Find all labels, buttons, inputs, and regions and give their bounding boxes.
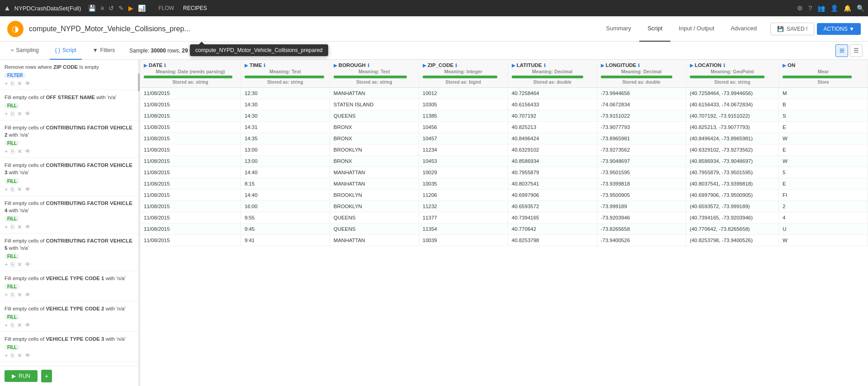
- settings-icon[interactable]: ⚙: [797, 5, 803, 12]
- step-add-icon[interactable]: +: [5, 291, 8, 298]
- step-copy-icon[interactable]: ⎘: [11, 80, 14, 87]
- step-badge: FILL: [5, 344, 19, 350]
- step-copy-icon[interactable]: ⎘: [11, 186, 14, 193]
- step-eye-icon[interactable]: 👁: [25, 352, 31, 359]
- col-expand-icon[interactable]: ▶: [423, 63, 426, 68]
- step-copy-icon[interactable]: ⎘: [11, 110, 14, 117]
- flow-nav[interactable]: FLOW: [158, 1, 174, 15]
- column-header: ▶ LOCATION ℹ Meaning: GeoPoint Stored as…: [686, 60, 778, 88]
- play-icon[interactable]: ▶: [128, 5, 133, 12]
- step-add-icon[interactable]: +: [5, 352, 8, 359]
- copy-icon[interactable]: ≡: [100, 5, 104, 12]
- step-eye-icon[interactable]: 👁: [25, 261, 31, 268]
- step-delete-icon[interactable]: ✕: [17, 352, 22, 359]
- step-copy-icon[interactable]: ⎘: [11, 352, 14, 359]
- app-menu-icon[interactable]: ▲: [4, 4, 11, 12]
- step-actions: + ⎘ ✕ 👁: [5, 148, 135, 155]
- refresh-icon[interactable]: ↺: [108, 5, 114, 12]
- run-plus-button[interactable]: +: [41, 370, 52, 382]
- table-row: 11/08/201513:00BRONX1045340.8586934-73.9…: [140, 156, 868, 167]
- table-cell: B: [779, 99, 868, 110]
- col-info-icon[interactable]: ℹ: [368, 63, 369, 68]
- step-add-icon[interactable]: +: [5, 80, 8, 87]
- run-button[interactable]: ▶ RUN: [5, 370, 38, 382]
- step-delete-icon[interactable]: ✕: [17, 322, 22, 329]
- grid-view-button[interactable]: ⊞: [835, 44, 848, 57]
- step-item: Fill empty cells of VEHICLE TYPE CODE 4 …: [0, 362, 140, 366]
- tab-advanced[interactable]: Advanced: [722, 16, 765, 42]
- step-delete-icon[interactable]: ✕: [17, 291, 22, 298]
- step-eye-icon[interactable]: 👁: [25, 110, 31, 117]
- actions-button[interactable]: ACTIONS ▼: [817, 23, 861, 35]
- step-add-icon[interactable]: +: [5, 322, 8, 329]
- step-actions: + ⎘ ✕ 👁: [5, 224, 135, 230]
- step-copy-icon[interactable]: ⎘: [11, 291, 14, 298]
- col-info-icon[interactable]: ℹ: [638, 63, 640, 68]
- save-icon[interactable]: 💾: [88, 5, 96, 12]
- step-eye-icon[interactable]: 👁: [25, 148, 31, 155]
- step-delete-icon[interactable]: ✕: [17, 261, 22, 268]
- table-cell: 40.8037541: [508, 178, 597, 190]
- table-cell: 14:40: [241, 167, 330, 178]
- col-expand-icon[interactable]: ▶: [144, 63, 147, 68]
- team-icon[interactable]: 👥: [817, 5, 825, 12]
- search-icon[interactable]: 🔍: [857, 5, 864, 12]
- step-delete-icon[interactable]: ✕: [17, 148, 22, 155]
- step-copy-icon[interactable]: ⎘: [11, 261, 14, 268]
- col-expand-icon[interactable]: ▶: [512, 63, 515, 68]
- tab-summary[interactable]: Summary: [598, 16, 640, 42]
- notification-icon[interactable]: 🔔: [844, 5, 851, 12]
- col-expand-icon[interactable]: ▶: [601, 63, 604, 68]
- script-tab[interactable]: { } Script: [50, 42, 82, 60]
- col-expand-icon[interactable]: ▶: [334, 63, 337, 68]
- chart-icon[interactable]: 📊: [138, 5, 146, 12]
- step-delete-icon[interactable]: ✕: [17, 224, 22, 230]
- step-badge-label: FILTER: [5, 72, 25, 78]
- filters-tab[interactable]: ▼ Filters: [87, 42, 121, 60]
- col-expand-icon[interactable]: ▶: [783, 63, 786, 68]
- edit-icon[interactable]: ✎: [118, 5, 124, 12]
- col-stored: Stored as: string: [144, 80, 237, 85]
- step-copy-icon[interactable]: ⎘: [11, 148, 14, 155]
- step-add-icon[interactable]: +: [5, 148, 8, 155]
- step-delete-icon[interactable]: ✕: [17, 186, 22, 193]
- col-info-icon[interactable]: ℹ: [264, 63, 265, 68]
- step-add-icon[interactable]: +: [5, 261, 8, 268]
- step-eye-icon[interactable]: 👁: [25, 186, 31, 193]
- table-cell: 11/08/2015: [140, 167, 241, 178]
- user-icon[interactable]: 👤: [830, 5, 838, 12]
- step-eye-icon[interactable]: 👁: [25, 291, 31, 298]
- step-eye-icon[interactable]: 👁: [25, 224, 31, 230]
- tab-script[interactable]: Script: [639, 16, 670, 42]
- tab-input-output[interactable]: Input / Output: [670, 16, 722, 42]
- col-expand-icon[interactable]: ▶: [245, 63, 248, 68]
- col-expand-icon[interactable]: ▶: [690, 63, 693, 68]
- step-eye-icon[interactable]: 👁: [25, 80, 31, 87]
- table-cell: FI: [779, 190, 868, 201]
- app-logo: ◑: [7, 21, 24, 37]
- step-delete-icon[interactable]: ✕: [17, 80, 22, 87]
- col-info-icon[interactable]: ℹ: [544, 63, 546, 68]
- table-cell: 14:31: [241, 122, 330, 133]
- step-item: Fill empty cells of VEHICLE TYPE CODE 2 …: [0, 301, 140, 332]
- step-copy-icon[interactable]: ⎘: [11, 322, 14, 329]
- table-row: 11/08/20158:15MANHATTAN1003540.8037541-7…: [140, 178, 868, 190]
- step-add-icon[interactable]: +: [5, 110, 8, 117]
- step-delete-icon[interactable]: ✕: [17, 110, 22, 117]
- sampling-tab[interactable]: ≈ Sampling: [5, 42, 44, 60]
- table-cell: -73.9399818: [597, 178, 686, 190]
- col-name: BOROUGH ℹ: [339, 62, 369, 68]
- help-icon[interactable]: ?: [808, 5, 812, 12]
- saved-button[interactable]: 💾 SAVED !: [770, 23, 814, 35]
- step-eye-icon[interactable]: 👁: [25, 322, 31, 329]
- column-header: ▶ LATITUDE ℹ Meaning: Decimal Stored as:…: [508, 60, 597, 88]
- step-add-icon[interactable]: +: [5, 224, 8, 230]
- col-info-icon[interactable]: ℹ: [455, 63, 457, 68]
- recipes-nav[interactable]: RECIPES: [183, 1, 207, 15]
- list-view-button[interactable]: ☰: [850, 44, 863, 57]
- col-info-icon[interactable]: ℹ: [164, 63, 166, 68]
- col-info-icon[interactable]: ℹ: [723, 63, 725, 68]
- step-add-icon[interactable]: +: [5, 186, 8, 193]
- table-cell: (40.8496424, -73.8965981): [686, 133, 778, 144]
- step-copy-icon[interactable]: ⎘: [11, 224, 14, 230]
